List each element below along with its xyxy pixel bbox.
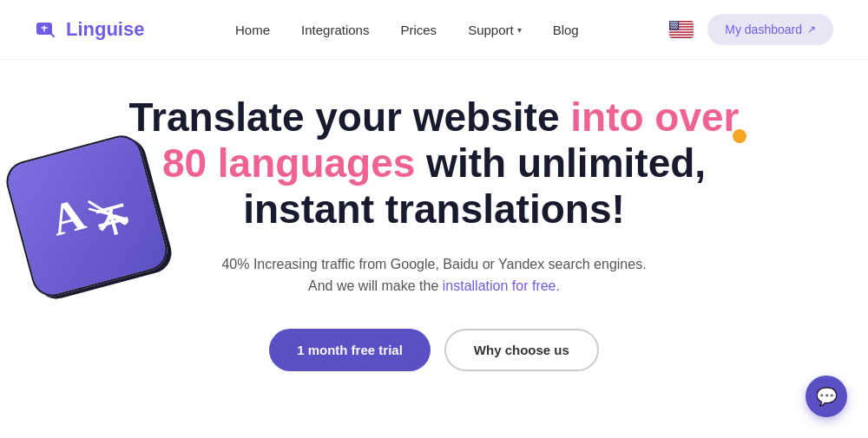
- svg-rect-5: [669, 30, 694, 32]
- nav-integrations[interactable]: Integrations: [301, 23, 369, 37]
- svg-point-30: [675, 26, 676, 27]
- svg-point-19: [672, 24, 673, 25]
- svg-point-25: [674, 25, 675, 26]
- nav-blog[interactable]: Blog: [553, 23, 579, 37]
- external-link-icon: ↗: [807, 23, 816, 36]
- hero-title: Translate your website into over 80 lang…: [122, 95, 746, 232]
- nav-right: My dashboard ↗: [669, 14, 833, 45]
- svg-point-9: [671, 22, 672, 23]
- svg-point-20: [674, 24, 674, 25]
- svg-point-15: [673, 23, 674, 23]
- svg-point-26: [676, 25, 677, 26]
- hero-subtitle: 40% Increasing traffic from Google, Baid…: [221, 253, 646, 297]
- svg-point-14: [671, 23, 672, 23]
- svg-text:A: A: [46, 189, 90, 245]
- svg-point-31: [677, 26, 678, 27]
- nav-prices[interactable]: Prices: [400, 23, 437, 37]
- svg-point-23: [671, 25, 672, 26]
- chat-icon: 💬: [816, 386, 838, 407]
- svg-point-27: [671, 26, 672, 27]
- svg-point-16: [674, 23, 675, 23]
- dashboard-button[interactable]: My dashboard ↗: [707, 14, 833, 45]
- svg-point-35: [676, 28, 677, 29]
- svg-point-13: [677, 22, 678, 23]
- flag-icon[interactable]: [669, 21, 694, 38]
- chat-bubble-button[interactable]: 💬: [806, 376, 847, 417]
- hero-buttons: 1 month free trial Why choose us: [269, 329, 599, 371]
- nav-support[interactable]: Support ▾: [468, 23, 522, 37]
- svg-point-12: [675, 22, 676, 23]
- logo-text: Linguise: [66, 18, 144, 41]
- svg-point-34: [674, 28, 675, 29]
- svg-point-21: [675, 24, 676, 25]
- installation-link[interactable]: installation for free.: [443, 278, 560, 293]
- orange-dot: [733, 129, 746, 143]
- svg-point-32: [671, 28, 672, 29]
- logo-icon: [35, 17, 59, 42]
- nav-home[interactable]: Home: [235, 23, 270, 37]
- svg-text:不: 不: [93, 199, 133, 241]
- svg-point-33: [673, 28, 674, 29]
- nav-links: Home Integrations Prices Support ▾ Blog: [235, 23, 579, 37]
- svg-rect-6: [669, 33, 694, 35]
- translate-symbol: A 不: [41, 177, 132, 256]
- navbar: Linguise Home Integrations Prices Suppor…: [0, 0, 868, 60]
- svg-point-17: [676, 23, 677, 23]
- svg-point-18: [671, 24, 672, 25]
- chevron-down-icon: ▾: [517, 25, 522, 35]
- svg-rect-7: [669, 36, 694, 37]
- svg-point-29: [674, 26, 674, 27]
- free-trial-button[interactable]: 1 month free trial: [269, 329, 431, 371]
- why-choose-us-button[interactable]: Why choose us: [444, 329, 599, 371]
- svg-point-11: [674, 22, 674, 23]
- svg-point-22: [677, 24, 678, 25]
- svg-point-24: [673, 25, 674, 26]
- logo[interactable]: Linguise: [35, 17, 144, 42]
- svg-point-28: [672, 26, 673, 27]
- hero-section: A 不 Translate your website into over 80 …: [0, 60, 868, 389]
- svg-point-10: [672, 22, 673, 23]
